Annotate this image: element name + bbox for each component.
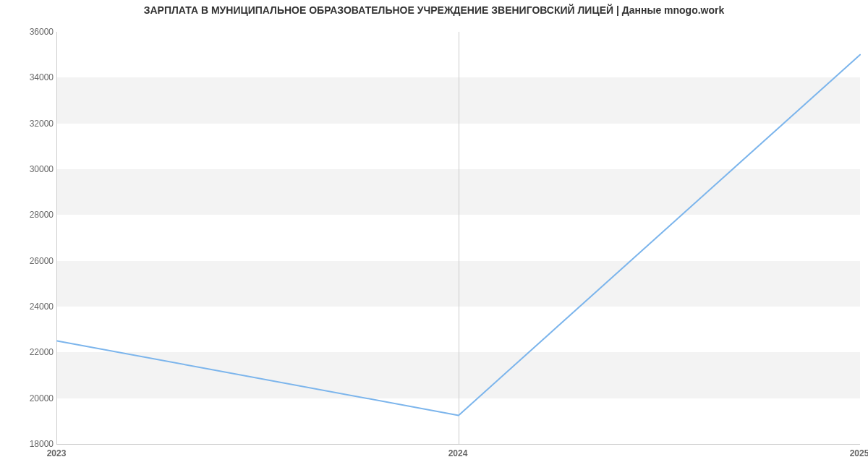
- chart-container: ЗАРПЛАТА В МУНИЦИПАЛЬНОЕ ОБРАЗОВАТЕЛЬНОЕ…: [0, 0, 868, 470]
- x-tick-label: 2025: [850, 448, 868, 458]
- y-tick-label: 22000: [10, 347, 54, 357]
- y-tick-label: 28000: [10, 210, 54, 220]
- y-tick-label: 30000: [10, 164, 54, 174]
- plot-area: [56, 32, 860, 445]
- chart-title: ЗАРПЛАТА В МУНИЦИПАЛЬНОЕ ОБРАЗОВАТЕЛЬНОЕ…: [0, 4, 868, 16]
- y-tick-label: 18000: [10, 439, 54, 449]
- line-series: [57, 32, 860, 444]
- y-tick-label: 20000: [10, 393, 54, 403]
- y-tick-label: 36000: [10, 27, 54, 37]
- y-tick-label: 26000: [10, 256, 54, 266]
- y-tick-label: 24000: [10, 302, 54, 312]
- x-tick-label: 2024: [448, 448, 468, 458]
- series-path: [57, 55, 860, 416]
- y-tick-label: 34000: [10, 72, 54, 82]
- y-tick-label: 32000: [10, 119, 54, 129]
- x-tick-label: 2023: [47, 448, 67, 458]
